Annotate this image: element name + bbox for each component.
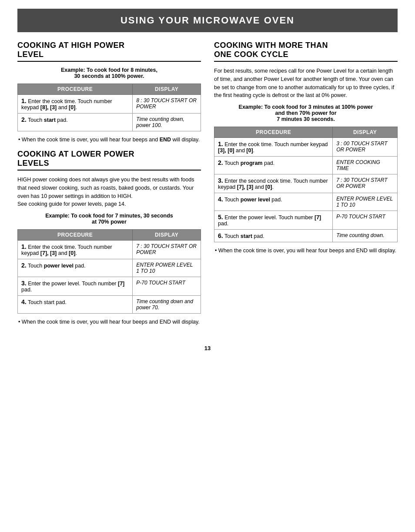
display-col-header: DISPLAY (133, 84, 201, 95)
multi-cycle-body: For best results, some recipes call for … (214, 67, 398, 100)
step-2-procedure: 2. Touch start pad. (18, 114, 133, 131)
mc-step-3-procedure: 3. Enter the second cook time. Touch num… (214, 174, 333, 193)
mc-step-6-procedure: 6. Touch start pad. (214, 230, 333, 242)
section-high-power: COOKING AT HIGH POWER LEVEL Example: To … (17, 41, 201, 143)
high-power-table: PROCEDURE DISPLAY 1. Enter the cook time… (17, 84, 201, 131)
mc-step-4-procedure: 4. Touch power level pad. (214, 193, 333, 211)
step-1-display: 8 : 30 TOUCH START OR POWER (133, 95, 201, 114)
table-row: 4. Touch start pad. Time counting down a… (18, 296, 201, 314)
page-number: 13 (17, 345, 398, 351)
lower-power-table: PROCEDURE DISPLAY 1. Enter the cook time… (17, 229, 201, 314)
procedure-col-header-3: PROCEDURE (214, 127, 333, 138)
section-multi-cycle: COOKING WITH MORE THAN ONE COOK CYCLE Fo… (214, 41, 398, 254)
display-col-header-3: DISPLAY (333, 127, 398, 138)
table-row: 3. Enter the power level. Touch number [… (18, 277, 201, 296)
table-row: 3. Enter the second cook time. Touch num… (214, 174, 398, 193)
table-row: 6. Touch start pad. Time counting down. (214, 230, 398, 242)
multi-cycle-example-label: Example: To cook food for 3 minutes at 1… (214, 104, 398, 122)
mc-step-5-procedure: 5. Enter the power level. Touch number [… (214, 211, 333, 230)
mc-step-1-procedure: 1. Enter the cook time. Touch number key… (214, 138, 333, 157)
procedure-col-header-2: PROCEDURE (18, 230, 133, 241)
lp-step-2-procedure: 2. Touch power level pad. (18, 259, 133, 277)
section-lower-power: COOKING AT LOWER POWER LEVELS HIGH power… (17, 150, 201, 325)
multi-cycle-bullet: • When the cook time is over, you will h… (214, 248, 398, 254)
high-power-example-label: Example: To cook food for 8 minutes,30 s… (17, 67, 201, 79)
mc-step-2-display: ENTER COOKING TIME (333, 157, 398, 174)
mc-step-3-display: 7 : 30 TOUCH START OR POWER (333, 174, 398, 193)
mc-step-1-display: 3 : 00 TOUCH START OR POWER (333, 138, 398, 157)
multi-cycle-table: PROCEDURE DISPLAY 1. Enter the cook time… (214, 127, 398, 242)
table-row: 2. Touch start pad. Time counting down, … (18, 114, 201, 131)
step-2-display: Time counting down, power 100. (133, 114, 201, 131)
table-row: 2. Touch program pad. ENTER COOKING TIME (214, 157, 398, 174)
lp-step-4-display: Time counting down and power 70. (133, 296, 201, 314)
lower-power-body: HIGH power cooking does not always give … (17, 176, 201, 208)
table-row: 2. Touch power level pad. ENTER POWER LE… (18, 259, 201, 277)
lp-step-4-procedure: 4. Touch start pad. (18, 296, 133, 314)
section-high-power-title: COOKING AT HIGH POWER LEVEL (17, 41, 201, 59)
left-column: COOKING AT HIGH POWER LEVEL Example: To … (17, 41, 201, 332)
lp-step-3-display: P-70 TOUCH START (133, 277, 201, 296)
page-title: USING YOUR MICROWAVE OVEN (17, 9, 398, 32)
display-col-header-2: DISPLAY (133, 230, 201, 241)
table-row: 1. Enter the cook time. Touch number key… (214, 138, 398, 157)
lp-step-2-display: ENTER POWER LEVEL1 TO 10 (133, 259, 201, 277)
lower-power-bullet: • When the cook time is over, you will h… (17, 319, 201, 325)
mc-step-6-display: Time counting down. (333, 230, 398, 242)
table-row: 5. Enter the power level. Touch number [… (214, 211, 398, 230)
section-lower-power-title: COOKING AT LOWER POWER LEVELS (17, 150, 201, 168)
lower-power-example-label: Example: To cook food for 7 minutes, 30 … (17, 213, 201, 225)
mc-step-5-display: P-70 TOUCH START (333, 211, 398, 230)
lp-step-1-procedure: 1. Enter the cook time. Touch number key… (18, 241, 133, 259)
high-power-bullet: • When the cook time is over, you will h… (17, 137, 201, 143)
mc-step-2-procedure: 2. Touch program pad. (214, 157, 333, 174)
lp-step-3-procedure: 3. Enter the power level. Touch number [… (18, 277, 133, 296)
mc-step-4-display: ENTER POWER LEVEL1 TO 10 (333, 193, 398, 211)
section-multi-cycle-title: COOKING WITH MORE THAN ONE COOK CYCLE (214, 41, 398, 59)
right-column: COOKING WITH MORE THAN ONE COOK CYCLE Fo… (214, 41, 398, 332)
lp-step-1-display: 7 : 30 TOUCH START OR POWER (133, 241, 201, 259)
table-row: 4. Touch power level pad. ENTER POWER LE… (214, 193, 398, 211)
procedure-col-header: PROCEDURE (18, 84, 133, 95)
table-row: 1. Enter the cook time. Touch number key… (18, 241, 201, 259)
table-row: 1. Enter the cook time. Touch number key… (18, 95, 201, 114)
step-1-procedure: 1. Enter the cook time. Touch number key… (18, 95, 133, 114)
